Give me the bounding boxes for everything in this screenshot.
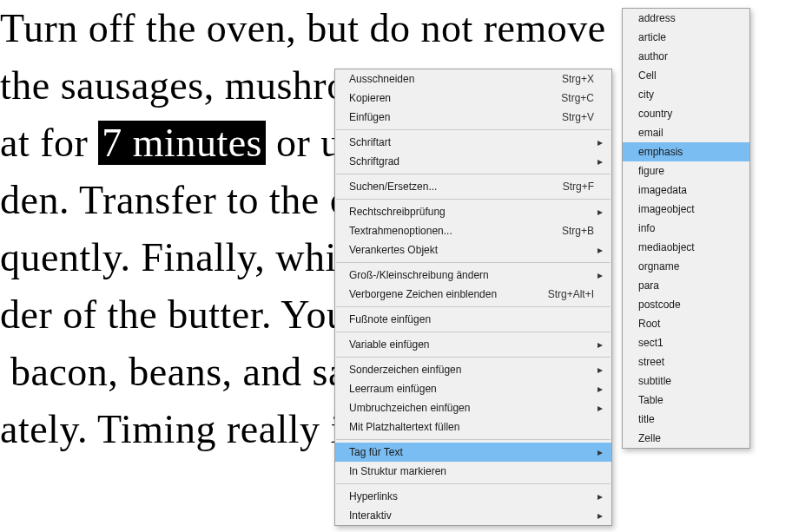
submenu-arrow-icon: ▸ (594, 136, 603, 148)
menu-item[interactable]: KopierenStrg+C (335, 89, 611, 108)
submenu-item-label: emphasis (638, 146, 739, 158)
menu-item[interactable]: Rechtschreibprüfung▸ (335, 202, 611, 221)
menu-item[interactable]: Textrahmenoptionen...Strg+B (335, 221, 611, 240)
menu-item-label: Ausschneiden (349, 73, 541, 85)
menu-item-label: Fußnote einfügen (349, 313, 594, 325)
submenu-item-label: street (638, 356, 739, 368)
submenu-item-label: mediaobject (638, 241, 739, 253)
submenu-item-label: sect1 (638, 337, 739, 349)
menu-item[interactable]: AusschneidenStrg+X (335, 69, 611, 89)
tag-submenu[interactable]: addressarticleauthorCellcitycountryemail… (622, 8, 750, 449)
submenu-item[interactable]: subtitle (623, 371, 749, 391)
menu-item[interactable]: Variable einfügen▸ (335, 335, 611, 354)
menu-item-label: Suchen/Ersetzen... (349, 181, 542, 193)
submenu-item[interactable]: address (623, 9, 749, 28)
menu-item-label: Mit Platzhaltertext füllen (349, 421, 594, 433)
menu-item-label: Verankertes Objekt (349, 244, 594, 256)
submenu-item[interactable]: para (623, 276, 749, 295)
submenu-arrow-icon: ▸ (594, 364, 603, 376)
menu-item-label: Verborgene Zeichen einblenden (349, 288, 527, 300)
submenu-arrow-icon: ▸ (594, 244, 603, 256)
submenu-item[interactable]: Root (623, 314, 749, 333)
submenu-item[interactable]: city (623, 85, 749, 104)
submenu-item-label: title (638, 413, 739, 425)
menu-item-label: Groß-/Kleinschreibung ändern (349, 269, 594, 281)
submenu-arrow-icon: ▸ (594, 155, 603, 167)
menu-item[interactable]: Umbruchzeichen einfügen▸ (335, 398, 611, 417)
submenu-item[interactable]: email (623, 123, 749, 142)
menu-item-label: Variable einfügen (349, 338, 594, 351)
menu-separator (336, 306, 611, 307)
menu-item[interactable]: Leerraum einfügen▸ (335, 379, 611, 398)
submenu-item[interactable]: Cell (623, 66, 749, 85)
submenu-item-label: info (638, 222, 739, 234)
submenu-item[interactable]: postcode (623, 295, 749, 314)
submenu-item[interactable]: article (623, 28, 749, 47)
menu-item-label: Kopieren (349, 92, 540, 104)
submenu-item-label: imagedata (638, 184, 739, 196)
menu-item-label: Rechtschreibprüfung (349, 206, 594, 218)
submenu-item-label: article (638, 31, 739, 43)
text-selection: 7 minutes (98, 121, 266, 165)
submenu-item-label: postcode (638, 299, 739, 311)
submenu-item-label: Zelle (638, 432, 739, 444)
menu-item[interactable]: Hyperlinks▸ (335, 487, 611, 506)
submenu-item-label: email (638, 127, 739, 139)
submenu-item[interactable]: orgname (623, 257, 749, 276)
menu-item[interactable]: Schriftart▸ (335, 133, 611, 152)
submenu-item-label: Cell (638, 69, 739, 82)
submenu-item[interactable]: country (623, 104, 749, 123)
submenu-item[interactable]: Zelle (623, 429, 749, 448)
menu-separator (336, 262, 611, 263)
menu-separator (336, 129, 611, 130)
menu-item[interactable]: Verankertes Objekt▸ (335, 240, 611, 259)
submenu-item-label: Root (638, 318, 739, 330)
menu-item[interactable]: Groß-/Kleinschreibung ändern▸ (335, 266, 611, 285)
menu-separator (336, 199, 611, 200)
submenu-item[interactable]: info (623, 219, 749, 238)
submenu-item-label: imageobject (638, 203, 739, 215)
menu-item[interactable]: Interaktiv▸ (335, 506, 611, 525)
menu-item-label: Schriftart (349, 136, 594, 148)
submenu-item[interactable]: title (623, 410, 749, 429)
menu-item[interactable]: EinfügenStrg+V (335, 108, 611, 127)
menu-item-shortcut: Strg+F (542, 181, 594, 193)
menu-item[interactable]: Suchen/Ersetzen...Strg+F (335, 177, 611, 196)
context-menu[interactable]: AusschneidenStrg+XKopierenStrg+CEinfügen… (334, 69, 612, 526)
menu-item[interactable]: Mit Platzhaltertext füllen (335, 417, 611, 437)
submenu-item[interactable]: imageobject (623, 200, 749, 219)
menu-item-shortcut: Strg+X (541, 73, 594, 85)
submenu-item[interactable]: imagedata (623, 181, 749, 200)
submenu-item-label: city (638, 89, 739, 101)
menu-item-label: Textrahmenoptionen... (349, 225, 541, 237)
submenu-item-label: address (638, 12, 739, 24)
submenu-arrow-icon: ▸ (594, 509, 603, 522)
menu-item[interactable]: Tag für Text▸ (335, 443, 611, 462)
submenu-arrow-icon: ▸ (594, 402, 603, 414)
menu-item-shortcut: Strg+B (541, 225, 594, 237)
menu-item-shortcut: Strg+C (540, 92, 594, 104)
submenu-item[interactable]: emphasis (623, 142, 749, 161)
submenu-arrow-icon: ▸ (594, 446, 603, 458)
menu-item-shortcut: Strg+Alt+I (527, 288, 594, 300)
menu-item[interactable]: Fußnote einfügen (335, 310, 611, 329)
submenu-arrow-icon: ▸ (594, 338, 603, 351)
submenu-item[interactable]: mediaobject (623, 238, 749, 257)
submenu-arrow-icon: ▸ (594, 490, 603, 502)
menu-item-label: Interaktiv (349, 509, 594, 522)
menu-item[interactable]: Verborgene Zeichen einblendenStrg+Alt+I (335, 285, 611, 304)
menu-item[interactable]: Schriftgrad▸ (335, 152, 611, 171)
menu-item-label: In Struktur markieren (349, 465, 594, 477)
submenu-item[interactable]: sect1 (623, 333, 749, 352)
submenu-item[interactable]: Table (623, 391, 749, 410)
submenu-item[interactable]: author (623, 47, 749, 66)
menu-item-label: Umbruchzeichen einfügen (349, 402, 594, 414)
menu-item[interactable]: Sonderzeichen einfügen▸ (335, 360, 611, 379)
menu-item-label: Tag für Text (349, 446, 594, 458)
menu-item-shortcut: Strg+V (541, 111, 594, 123)
submenu-item-label: country (638, 108, 739, 120)
menu-item[interactable]: In Struktur markieren (335, 462, 611, 481)
submenu-item[interactable]: figure (623, 161, 749, 181)
submenu-item-label: orgname (638, 260, 739, 273)
submenu-item[interactable]: street (623, 352, 749, 371)
